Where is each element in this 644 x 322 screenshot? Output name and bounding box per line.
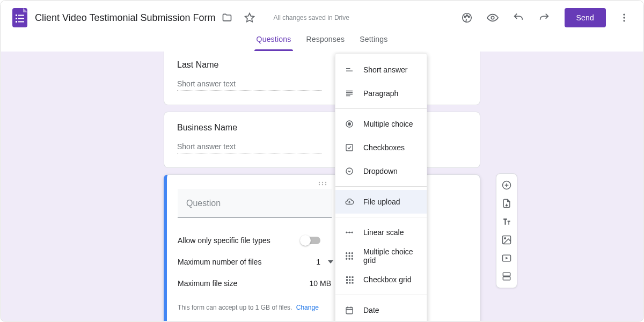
grid-check-icon — [344, 274, 355, 285]
menu-divider — [335, 186, 427, 187]
add-section-button[interactable] — [497, 267, 516, 286]
change-limit-link[interactable]: Change — [296, 304, 319, 311]
question-card[interactable]: Business Name Short answer text — [164, 112, 480, 168]
select-value: 10 MB — [310, 279, 331, 288]
import-questions-button[interactable] — [497, 194, 516, 213]
option-label: Maximum number of files — [178, 258, 301, 266]
svg-point-12 — [623, 14, 625, 16]
side-toolbar — [496, 173, 517, 288]
svg-rect-45 — [346, 282, 348, 284]
svg-point-20 — [325, 184, 326, 185]
question-card[interactable]: Last Name Short answer text — [164, 52, 480, 105]
grid-radio-icon — [344, 251, 355, 261]
move-to-folder-icon[interactable] — [216, 7, 238, 28]
svg-point-15 — [318, 182, 319, 183]
type-option-date[interactable]: Date — [335, 298, 427, 321]
type-option-paragraph[interactable]: Paragraph — [335, 82, 427, 105]
tab-settings[interactable]: Settings — [360, 35, 387, 51]
svg-point-14 — [623, 20, 625, 21]
type-option-mc-grid[interactable]: Multiple choice grid — [335, 244, 427, 268]
svg-rect-43 — [349, 279, 350, 281]
dropdown-icon — [344, 166, 355, 177]
linear-icon — [344, 227, 355, 238]
svg-rect-46 — [349, 282, 350, 284]
svg-rect-2 — [18, 15, 24, 16]
svg-rect-55 — [503, 277, 510, 280]
hint-text: This form can accept up to 1 GB of files… — [178, 304, 292, 311]
svg-point-9 — [466, 15, 467, 17]
tab-bar: Questions Responses Settings — [1, 35, 643, 51]
more-menu-icon[interactable] — [613, 7, 635, 28]
tab-responses[interactable]: Responses — [306, 35, 345, 51]
checkbox-icon — [344, 142, 355, 153]
type-option-label: Date — [363, 306, 379, 314]
tab-questions[interactable]: Questions — [257, 35, 291, 51]
type-option-short-answer[interactable]: Short answer — [335, 58, 427, 82]
svg-point-8 — [464, 16, 466, 18]
active-question-card[interactable]: Allow only specific file types Maximum n… — [164, 174, 480, 321]
type-option-label: Multiple choice — [363, 120, 413, 128]
svg-point-32 — [352, 252, 353, 254]
type-option-file-upload[interactable]: File upload — [335, 190, 427, 214]
redo-icon[interactable] — [533, 7, 555, 28]
question-title-input[interactable] — [178, 189, 332, 218]
save-status-text: All changes saved in Drive — [273, 14, 349, 21]
svg-point-26 — [346, 168, 353, 174]
add-title-button[interactable] — [497, 213, 516, 231]
menu-divider — [335, 108, 427, 109]
svg-point-35 — [352, 255, 353, 257]
send-button[interactable]: Send — [565, 8, 606, 27]
app-window: Client Video Testimonial Submission Form… — [0, 0, 644, 322]
svg-point-18 — [318, 184, 319, 185]
add-image-button[interactable] — [497, 231, 516, 249]
type-option-cb-grid[interactable]: Checkbox grid — [335, 268, 427, 291]
star-icon[interactable] — [239, 7, 260, 28]
radio-icon — [344, 119, 355, 129]
svg-point-52 — [504, 238, 506, 239]
max-files-select[interactable]: 1 — [301, 258, 333, 266]
svg-point-11 — [491, 16, 494, 19]
short-answer-icon — [344, 64, 355, 75]
type-option-checkboxes[interactable]: Checkboxes — [335, 136, 427, 159]
svg-point-19 — [321, 184, 323, 185]
add-question-button[interactable] — [497, 176, 516, 194]
chevron-down-icon — [328, 260, 333, 264]
svg-rect-25 — [346, 144, 353, 151]
svg-rect-3 — [16, 18, 17, 19]
svg-point-37 — [348, 258, 350, 260]
form-title[interactable]: Client Video Testimonial Submission Form — [35, 12, 215, 24]
select-value: 1 — [316, 258, 320, 266]
svg-point-38 — [352, 258, 353, 260]
forms-app-icon[interactable] — [9, 7, 31, 28]
type-option-label: Linear scale — [363, 228, 404, 237]
undo-icon[interactable] — [508, 7, 529, 28]
type-option-dropdown[interactable]: Dropdown — [335, 159, 427, 183]
body-canvas: Last Name Short answer text Business Nam… — [1, 52, 643, 321]
answer-placeholder: Short answer text — [177, 79, 322, 91]
add-video-button[interactable] — [497, 249, 516, 267]
menu-divider — [335, 295, 427, 295]
svg-point-16 — [321, 182, 323, 183]
svg-point-34 — [348, 255, 350, 257]
specific-types-toggle[interactable] — [301, 237, 320, 244]
type-option-label: Short answer — [363, 65, 407, 74]
form-column: Last Name Short answer text Business Nam… — [164, 52, 480, 321]
svg-rect-4 — [18, 18, 24, 19]
type-option-linear-scale[interactable]: Linear scale — [335, 221, 427, 244]
type-option-label: Multiple choice grid — [363, 247, 418, 265]
header-actions: Send — [455, 7, 635, 28]
svg-rect-39 — [346, 276, 348, 278]
type-option-multiple-choice[interactable]: Multiple choice — [335, 112, 427, 136]
svg-point-33 — [346, 255, 347, 257]
customize-theme-icon[interactable] — [456, 7, 478, 28]
svg-point-31 — [348, 252, 350, 254]
svg-rect-5 — [16, 21, 17, 23]
preview-icon[interactable] — [482, 7, 503, 28]
svg-rect-1 — [16, 14, 17, 16]
question-type-menu[interactable]: Short answerParagraphMultiple choiceChec… — [335, 53, 427, 321]
paragraph-icon — [344, 88, 355, 99]
svg-point-17 — [325, 182, 326, 183]
svg-rect-41 — [352, 276, 354, 278]
type-option-label: Checkboxes — [363, 143, 405, 152]
svg-point-10 — [468, 16, 470, 18]
